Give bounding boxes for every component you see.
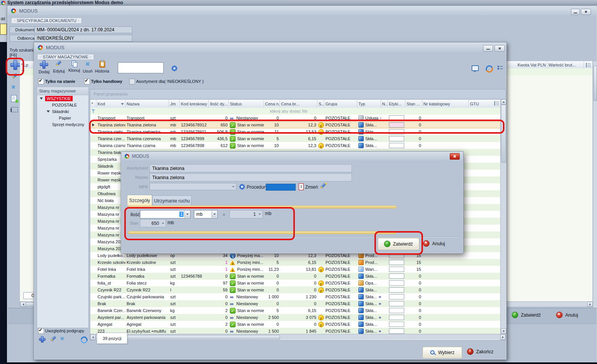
tylko-handlowy-checkbox[interactable] [84, 79, 90, 84]
doc-vertical-scrollbar[interactable] [593, 61, 597, 308]
table-row[interactable]: Czujniki park...Czujniki parkowaniaszt0N… [90, 293, 500, 300]
label-input[interactable] [389, 267, 404, 272]
table-row[interactable]: Tkanina czer...Tkanina czerwnoamb1234567… [90, 135, 500, 142]
unit-dropdown[interactable]: mb [194, 210, 218, 218]
label-input[interactable] [389, 143, 404, 148]
gear-icon[interactable] [172, 66, 177, 71]
column-header[interactable]: Ilość dy... [209, 100, 229, 108]
doc-col-kwota-vat[interactable]: Kwota Vat PLN [501, 61, 547, 69]
tab-szczegoly[interactable]: Szczegóły [127, 195, 152, 205]
dialog-titlebar[interactable]: MODUS [122, 152, 463, 160]
dokument-value[interactable]: MM- 00004/GL/2024 z dn. 17.09.2024 [34, 26, 132, 33]
minimize-button[interactable] [483, 45, 493, 52]
column-header[interactable]: Typ [357, 100, 381, 108]
tree-edit-button[interactable] [50, 336, 56, 342]
wybierz-button[interactable]: Wybierz [423, 347, 462, 358]
column-header[interactable]: Jm [169, 100, 180, 108]
dialog-anuluj-button[interactable]: Anuluj [423, 240, 445, 247]
label-input[interactable] [389, 301, 404, 306]
dialog-zatwierdz-button[interactable]: Zatwierdź [378, 238, 419, 250]
table-row[interactable]: 223El.szyby/lust.+multifuszt0Niestanowy1… [90, 328, 500, 334]
label-input[interactable] [389, 294, 404, 299]
doc-zatwierdz-button[interactable]: Zatwierdź [512, 312, 541, 318]
label-input[interactable] [389, 280, 404, 286]
search-input[interactable] [118, 62, 164, 73]
grid-header[interactable]: *KodNazwaJmKod kreskowyIlość dy...Status… [90, 99, 500, 108]
ilosc-spinner[interactable]: 1 [140, 210, 190, 218]
table-row[interactable]: Barwnik Czer...Barwnik Czerwonykg2Stan w… [90, 307, 500, 314]
table-row[interactable]: Tkanina niebi...Tkanina niebieskamb12345… [90, 128, 500, 135]
add-row-button[interactable] [11, 60, 20, 70]
text-cursor-icon[interactable]: I [299, 183, 304, 190]
odbiorca-value[interactable]: !NIEOKREŚLONY [34, 35, 132, 42]
table-row[interactable]: Asystent par...Asystent parkowaniaszt0Ni… [90, 314, 500, 321]
table-row[interactable]: BrakBrakszt0Niestanowy00POZOSTAŁESkła...… [90, 300, 500, 307]
label-input[interactable] [389, 129, 404, 134]
procedury-value-box[interactable] [266, 184, 296, 191]
grouping-panel[interactable]: Panel grupowania [90, 89, 506, 99]
usun-button[interactable]: Usuń [81, 61, 94, 73]
scroll-down-button[interactable] [501, 328, 506, 334]
tree-delete-button[interactable] [60, 336, 64, 341]
layout-icon[interactable] [472, 65, 479, 71]
table-row[interactable]: FormatkaFormatkaszt1234567880Stan w norm… [90, 273, 500, 280]
label-input[interactable] [389, 328, 404, 334]
tree-item[interactable]: Papier [37, 115, 88, 121]
asortyment-dla-checkbox[interactable] [129, 79, 135, 84]
edit-icon[interactable] [320, 183, 326, 190]
label-input[interactable] [389, 122, 404, 128]
label-input[interactable] [389, 308, 404, 313]
checklist-icon[interactable] [498, 65, 503, 70]
app-titlebar[interactable]: System zarządzania przedsiębiorstwem Mod… [0, 0, 597, 5]
doc-column-chooser-icon[interactable] [584, 61, 592, 69]
zakoncz-button[interactable]: Zakończ [467, 348, 493, 355]
close-button[interactable] [581, 9, 591, 15]
column-header[interactable]: Kod [96, 100, 125, 108]
close-button[interactable] [495, 45, 505, 52]
edytuj-button[interactable]: Edytuj [52, 61, 66, 73]
expander-icon[interactable] [40, 97, 43, 100]
asortyment-field[interactable]: Tkanina zielona [150, 164, 352, 172]
table-row[interactable]: Krzesło szkolneKrzesło szkolneszt1Poniże… [90, 259, 500, 266]
dropdown-arrow-icon[interactable] [211, 211, 217, 218]
tree-add-button[interactable] [39, 336, 45, 342]
doc-lp-header[interactable]: *Lp [20, 61, 34, 69]
minimize-button[interactable] [571, 9, 580, 15]
scroll-right-button[interactable] [500, 335, 506, 340]
label-input[interactable] [389, 253, 404, 258]
tree-refresh-button[interactable] [80, 335, 89, 345]
scroll-thumb[interactable] [501, 105, 506, 163]
label-input[interactable] [389, 260, 404, 265]
table-row[interactable]: Czynnik R22Czynnik R22l59Stan w normie00… [90, 286, 500, 293]
klonuj-button[interactable]: Klonuj [67, 61, 81, 73]
tree-item[interactable]: POZOSTAŁE [37, 102, 88, 108]
label-input[interactable] [389, 287, 404, 293]
delete-row-button[interactable] [11, 84, 16, 90]
grid-horizontal-scrollbar[interactable] [90, 334, 506, 340]
stock-window-titlebar[interactable]: MODUS [34, 43, 506, 52]
grid-vertical-scrollbar[interactable] [500, 99, 506, 334]
tree-item[interactable]: Sprzęt medyczny [37, 121, 88, 128]
column-header[interactable]: S... [317, 100, 324, 108]
edit-row-button[interactable] [11, 73, 18, 79]
zmien-label[interactable]: Zmień [305, 184, 318, 190]
label-input[interactable] [389, 273, 404, 279]
scroll-up-button[interactable] [501, 99, 506, 105]
spinner-arrow-icon[interactable] [184, 211, 190, 218]
doc-col-wartosc[interactable]: Wartość brut... [547, 61, 584, 69]
procedury-gear-icon[interactable] [240, 184, 244, 189]
tree-item[interactable]: Składniki [37, 108, 88, 115]
uwzglednij-podgrupy-checkbox[interactable] [38, 328, 44, 334]
historia-button[interactable]: Historia [94, 61, 111, 73]
column-header[interactable]: Kod kreskowy [180, 100, 209, 108]
tree-header[interactable]: Stany magazynowe [37, 87, 88, 95]
column-chooser-icon[interactable] [494, 101, 499, 106]
table-row[interactable]: TransportTransportszt0Niestanowy00POZOST… [90, 115, 500, 121]
column-header[interactable]: Cena br... [280, 100, 317, 108]
table-row[interactable]: AgregatAgregatszt2Stan w normie00POZOSTA… [90, 321, 500, 328]
doc-window-titlebar[interactable]: MODUS [8, 6, 597, 15]
scroll-right-button[interactable] [587, 302, 593, 307]
column-header[interactable]: N... [381, 100, 388, 108]
tylko-na-stanie-checkbox[interactable] [38, 79, 44, 84]
scroll-left-button[interactable] [90, 335, 96, 340]
